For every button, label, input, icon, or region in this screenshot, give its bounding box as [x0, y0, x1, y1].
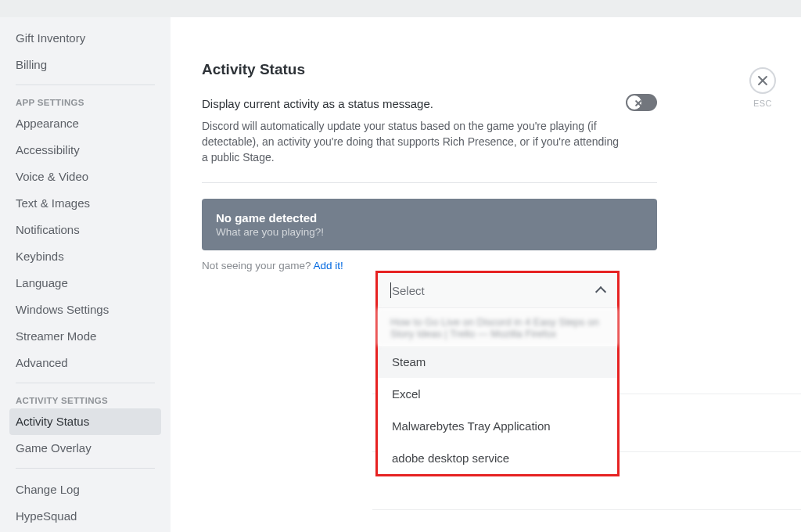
sidebar-item-activity-status[interactable]: Activity Status	[9, 408, 161, 435]
main-panel: Activity Status Display current activity…	[171, 17, 801, 532]
sidebar-item-streamer-mode[interactable]: Streamer Mode	[9, 323, 161, 350]
sidebar-separator	[16, 383, 155, 383]
dropdown-option-malwarebytes[interactable]: Malwarebytes Tray Application	[378, 410, 617, 442]
dropdown-header[interactable]: Select	[378, 273, 617, 308]
no-game-detected-card: No game detected What are you playing?!	[202, 199, 657, 250]
sidebar-separator	[16, 468, 155, 469]
activity-subtitle: Display current activity as a status mes…	[202, 97, 626, 110]
activity-description: Discord will automatically update your s…	[202, 118, 626, 165]
divider	[202, 182, 657, 183]
game-select-dropdown[interactable]: Select How to Go Live on Discord in 4 Ea…	[375, 271, 620, 476]
sidebar-heading-activity-settings: ACTIVITY SETTINGS	[9, 391, 161, 408]
window-titlebar	[0, 0, 801, 17]
sidebar-item-game-overlay[interactable]: Game Overlay	[9, 435, 161, 462]
dropdown-option-blurred[interactable]: How to Go Live on Discord in 4 Easy Step…	[378, 308, 617, 346]
sidebar-heading-app-settings: APP SETTINGS	[9, 93, 161, 110]
sidebar-item-gift-inventory[interactable]: Gift Inventory	[9, 25, 161, 52]
sidebar-item-advanced[interactable]: Advanced	[9, 350, 161, 376]
dropdown-option-excel[interactable]: Excel	[378, 378, 617, 410]
sidebar-item-text-images[interactable]: Text & Images	[9, 190, 161, 217]
sidebar-item-notifications[interactable]: Notifications	[9, 217, 161, 243]
sidebar-item-appearance[interactable]: Appearance	[9, 110, 161, 137]
card-subtitle: What are you playing?!	[216, 226, 643, 238]
esc-label: ESC	[749, 99, 776, 108]
game-row: Valheim	[372, 510, 801, 532]
sidebar-item-windows-settings[interactable]: Windows Settings	[9, 297, 161, 323]
close-button[interactable]	[749, 67, 776, 94]
not-seeing-text: Not seeing your game?	[202, 260, 314, 271]
display-activity-toggle[interactable]	[626, 94, 657, 111]
sidebar-item-keybinds[interactable]: Keybinds	[9, 243, 161, 270]
page-title: Activity Status	[202, 61, 657, 78]
not-seeing-hint: Not seeing your game? Add it!	[202, 260, 657, 271]
sidebar-item-hypesquad[interactable]: HypeSquad	[9, 503, 161, 530]
sidebar-item-voice-video[interactable]: Voice & Video	[9, 164, 161, 190]
sidebar-item-language[interactable]: Language	[9, 270, 161, 297]
sidebar-item-billing[interactable]: Billing	[9, 52, 161, 78]
settings-sidebar: Gift Inventory Billing APP SETTINGS Appe…	[0, 17, 171, 532]
sidebar-separator	[16, 84, 155, 85]
card-title: No game detected	[216, 211, 643, 225]
sidebar-item-accessibility[interactable]: Accessibility	[9, 137, 161, 164]
chevron-up-icon	[595, 286, 606, 297]
dropdown-placeholder: Select	[390, 282, 425, 298]
dropdown-option-adobe[interactable]: adobe desktop service	[378, 442, 617, 474]
sidebar-item-change-log[interactable]: Change Log	[9, 476, 161, 503]
add-it-link[interactable]: Add it!	[314, 260, 343, 271]
close-icon	[757, 75, 768, 86]
dropdown-option-steam[interactable]: Steam	[378, 346, 617, 378]
